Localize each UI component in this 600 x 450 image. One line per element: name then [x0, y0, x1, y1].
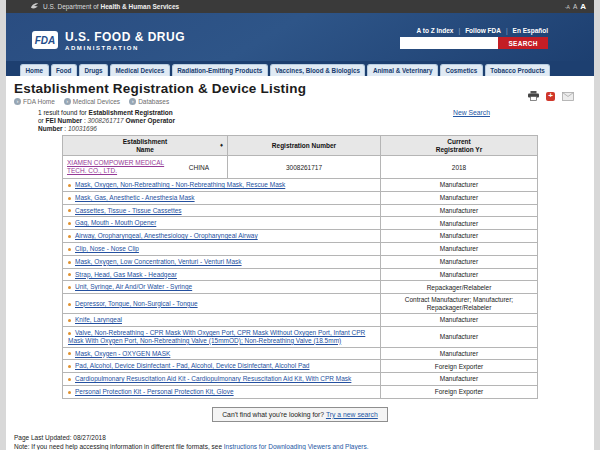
device-link-unit-syringe-air-and-or-water-syringe[interactable]: Unit, Syringe, Air And/Or Water - Syring… [75, 283, 192, 290]
tab-tobacco-products[interactable]: Tobacco Products [485, 64, 550, 77]
device-link-cardiopulmonary-resuscitation-aid-kit-ca[interactable]: Cardiopulmonary Resuscitation Aid Kit - … [75, 375, 351, 382]
establishment-name-link[interactable]: XIAMEN COMPOWER MEDICAL TECH. CO., LTD. [67, 159, 167, 175]
device-link-gag-mouth-mouth-opener[interactable]: Gag, Mouth - Mouth Opener [75, 219, 156, 226]
device-link-mask-oxygen-non-rebreathing-non-rebreath[interactable]: Mask, Oxygen, Non-Rebreathing - Non-Rebr… [75, 181, 285, 188]
device-link-mask-gas-anesthetic-anesthesia-mask[interactable]: Mask, Gas, Anesthetic - Anesthesia Mask [75, 194, 195, 201]
print-icon[interactable] [528, 87, 539, 105]
device-role: Foreign Exporter [381, 385, 538, 398]
device-link-pad-alcohol-device-disinfectant-pad-alco[interactable]: Pad, Alcohol, Device Disinfectant - Pad,… [75, 362, 310, 369]
masthead-title: U.S. FOOD & DRUG [65, 30, 185, 44]
device-row: Pad, Alcohol, Device Disinfectant - Pad,… [63, 360, 538, 373]
establishment-row: XIAMEN COMPOWER MEDICAL TECH. CO., LTD. … [63, 156, 538, 179]
quick-link-en-espa-ol[interactable]: En Español [513, 27, 548, 34]
device-link-knife-laryngeal[interactable]: Knife, Laryngeal [75, 316, 122, 323]
tab-vaccines-blood-biologics[interactable]: Vaccines, Blood & Biologics [270, 64, 366, 77]
search-button[interactable]: SEARCH [498, 37, 548, 49]
results-table: Establishment Name♦ Registration Number … [62, 135, 538, 399]
bullet-icon [68, 197, 71, 200]
tab-animal-veterinary[interactable]: Animal & Veterinary [367, 64, 438, 77]
header-quick-links: A to Z Index|Follow FDA|En Español [416, 27, 548, 34]
bullet-icon [68, 209, 71, 212]
device-role: Foreign Exporter [381, 360, 538, 373]
device-role: Manufacturer [381, 268, 538, 281]
breadcrumb-item-fda-home[interactable]: ›FDA Home [14, 98, 55, 105]
device-row: Clip, Nose - Nose ClipManufacturer [63, 242, 538, 255]
tab-home[interactable]: Home [20, 64, 49, 77]
breadcrumb-link-databases[interactable]: Databases [138, 98, 169, 105]
cant-find-box: Can't find what you're looking for? Try … [212, 407, 388, 422]
font-size-medium[interactable]: A [573, 3, 577, 10]
bullet-icon [68, 319, 71, 322]
device-link-strap-head-gas-mask-headgear[interactable]: Strap, Head, Gas Mask - Headgear [75, 271, 177, 278]
device-row: Gag, Mouth - Mouth OpenerManufacturer [63, 217, 538, 230]
breadcrumb-arrow-icon: › [64, 98, 71, 105]
breadcrumb-arrow-icon: › [129, 98, 136, 105]
device-link-mask-oxygen-oxygen-mask[interactable]: Mask, Oxygen - OXYGEN MASK [75, 350, 170, 357]
breadcrumb-item-medical-devices[interactable]: ›Medical Devices [64, 98, 120, 105]
device-role: Manufacturer [381, 230, 538, 243]
device-role: Manufacturer [381, 191, 538, 204]
device-row: Airway, Oropharyngeal, Anesthesiology - … [63, 230, 538, 243]
bullet-icon [68, 365, 71, 368]
font-size-small[interactable]: -A [565, 4, 570, 10]
tab-radiation-emitting-products[interactable]: Radiation-Emitting Products [172, 64, 268, 77]
tab-cosmetics[interactable]: Cosmetics [440, 64, 483, 77]
device-link-depressor-tongue-non-surgical-tongue[interactable]: Depressor, Tongue, Non-Surgical - Tongue [75, 300, 198, 307]
device-row: Personal Protection Kit - Personal Prote… [63, 385, 538, 398]
device-role: Repackager/Relabeler [381, 281, 538, 294]
device-row: Mask, Gas, Anesthetic - Anesthesia MaskM… [63, 191, 538, 204]
file-formats-note: Note: If you need help accessing informa… [14, 443, 586, 450]
page-title: Establishment Registration & Device List… [14, 81, 306, 96]
masthead-titles: U.S. FOOD & DRUG ADMINISTRATION [65, 30, 185, 51]
bullet-icon [68, 332, 71, 335]
tab-drugs[interactable]: Drugs [79, 64, 108, 77]
device-role: Manufacturer [381, 347, 538, 360]
tab-medical-devices[interactable]: Medical Devices [110, 64, 170, 77]
device-row: Depressor, Tongue, Non-Surgical - Tongue… [63, 294, 538, 314]
result-summary: 1 result found for Establishment Registr… [38, 109, 175, 133]
hhs-top-bar: U.S. Department of Health & Human Servic… [6, 0, 594, 13]
column-establishment-name[interactable]: Establishment Name♦ [63, 136, 228, 156]
device-role: Manufacturer [381, 326, 538, 347]
hhs-text-bold: Health & Human Services [100, 3, 179, 10]
device-link-mask-oxygen-low-concentration-venturi-ve[interactable]: Mask, Oxygen, Low Concentration, Venturi… [75, 258, 242, 265]
new-search-link[interactable]: New Search [453, 109, 490, 116]
device-link-personal-protection-kit-personal-protect[interactable]: Personal Protection Kit - Personal Prote… [75, 388, 234, 395]
sort-icon[interactable]: ♦ [220, 142, 223, 150]
try-new-search-link[interactable]: Try a new search [326, 411, 378, 418]
search-input[interactable] [400, 37, 498, 49]
share-icon[interactable]: + [546, 92, 555, 101]
viewers-players-link[interactable]: Instructions for Downloading Viewers and… [224, 443, 369, 450]
breadcrumb-link-fda-home[interactable]: FDA Home [23, 98, 55, 105]
device-row: Unit, Syringe, Air And/Or Water - Syring… [63, 281, 538, 294]
bullet-icon [68, 184, 71, 187]
breadcrumb: ›FDA Home›Medical Devices›Databases [14, 98, 306, 105]
registration-number-value: 3008261717 [228, 156, 381, 179]
page-last-updated: Page Last Updated: 08/27/2018 [14, 434, 586, 442]
device-link-valve-non-rebreathing-cpr-mask-with-oxyg[interactable]: Valve, Non-Rebreathing - CPR Mask With O… [68, 329, 365, 344]
email-icon[interactable] [562, 87, 574, 105]
device-link-cassettes-tissue-tissue-cassettes[interactable]: Cassettes, Tissue - Tissue Cassettes [75, 207, 182, 214]
font-size-large[interactable]: A [580, 2, 586, 11]
page-frame: U.S. Department of Health & Human Servic… [6, 0, 594, 450]
bullet-icon [68, 286, 71, 289]
device-rows: XIAMEN COMPOWER MEDICAL TECH. CO., LTD. … [63, 156, 538, 399]
breadcrumb-item-databases[interactable]: ›Databases [129, 98, 169, 105]
bullet-icon [68, 235, 71, 238]
fda-logo[interactable]: FDA [32, 31, 58, 49]
device-role: Contract Manufacturer; Manufacturer; Rep… [381, 294, 538, 314]
masthead-subtitle: ADMINISTRATION [65, 45, 185, 51]
tab-food[interactable]: Food [51, 64, 77, 77]
device-link-clip-nose-nose-clip[interactable]: Clip, Nose - Nose Clip [75, 245, 139, 252]
quick-link-a-to-z-index[interactable]: A to Z Index [416, 27, 453, 34]
device-row: Valve, Non-Rebreathing - CPR Mask With O… [63, 326, 538, 347]
quick-link-follow-fda[interactable]: Follow FDA [465, 27, 501, 34]
breadcrumb-link-medical-devices[interactable]: Medical Devices [73, 98, 120, 105]
font-size-controls[interactable]: -A A A [565, 2, 586, 11]
device-link-airway-oropharyngeal-anesthesiology-orop[interactable]: Airway, Oropharyngeal, Anesthesiology - … [75, 232, 258, 239]
device-role: Manufacturer [381, 242, 538, 255]
nav-tabs: HomeFoodDrugsMedical DevicesRadiation-Em… [6, 61, 594, 76]
quick-link-separator: | [458, 27, 460, 34]
hhs-eagle-icon [30, 2, 39, 11]
device-row: Mask, Oxygen, Non-Rebreathing - Non-Rebr… [63, 179, 538, 192]
